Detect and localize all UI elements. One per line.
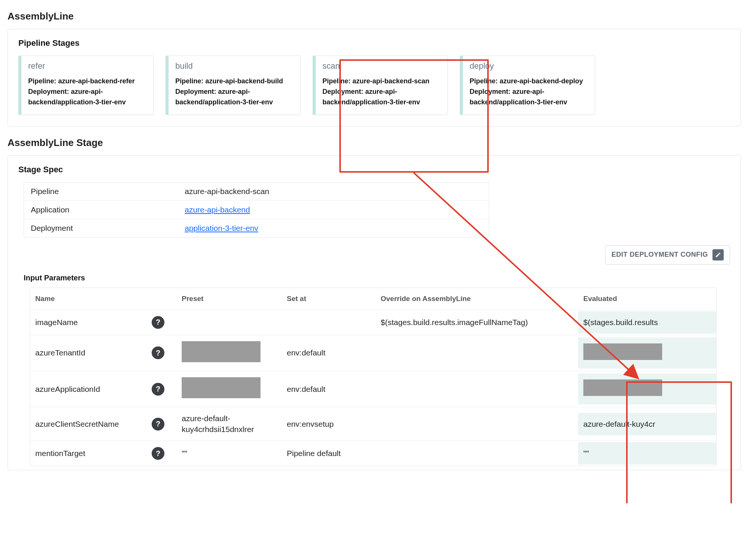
stage-card-refer[interactable]: referPipeline: azure-api-backend-referDe…	[18, 56, 154, 115]
param-name: azureClientSecretName	[30, 413, 146, 435]
param-preset	[176, 316, 282, 328]
edit-deployment-config-button[interactable]: EDIT DEPLOYMENT CONFIG	[605, 245, 730, 265]
param-help-cell: ?	[146, 340, 176, 365]
param-row: azureClientSecretName?azure-default-kuy4…	[30, 407, 716, 441]
param-evaluated	[578, 337, 717, 369]
param-set-at	[282, 316, 375, 328]
stage-deployment-text: Deployment: azure-api-backend/applicatio…	[175, 87, 294, 108]
edit-config-row: EDIT DEPLOYMENT CONFIG	[18, 241, 730, 267]
redacted-block	[583, 343, 662, 360]
param-preset	[176, 371, 282, 407]
params-header-row: Name Preset Set at Override on AssemblyL…	[30, 288, 716, 310]
param-set-at: Pipeline default	[282, 442, 375, 465]
param-row: mentionTarget?""Pipeline default""	[30, 441, 716, 466]
stage-spec-panel: Stage Spec Pipeline azure-api-backend-sc…	[8, 155, 741, 470]
stage-pipeline-text: Pipeline: azure-api-backend-deploy	[470, 76, 588, 87]
spec-row-pipeline: Pipeline azure-api-backend-scan	[24, 182, 489, 201]
param-help-cell: ?	[146, 441, 176, 466]
page-root: AssemblyLine Pipeline Stages referPipeli…	[8, 11, 741, 470]
param-row: azureTenantId?env:default	[30, 335, 716, 371]
stage-pipeline-text: Pipeline: azure-api-backend-scan	[322, 76, 441, 87]
param-preset	[176, 335, 282, 371]
stage-pipeline-text: Pipeline: azure-api-backend-build	[175, 76, 294, 87]
help-icon[interactable]: ?	[152, 447, 164, 460]
col-help	[146, 292, 176, 306]
param-name: azureTenantId	[30, 342, 146, 364]
stage-card-deploy[interactable]: deployPipeline: azure-api-backend-deploy…	[460, 56, 595, 115]
param-evaluated: azure-default-kuy4cr	[578, 413, 717, 435]
col-setat: Set at	[282, 288, 375, 310]
input-parameters-table: Name Preset Set at Override on AssemblyL…	[30, 288, 717, 466]
stage-name: deploy	[470, 61, 588, 71]
param-override	[375, 383, 578, 395]
param-preset: azure-default-kuy4crhdsii15dnxlrer	[176, 407, 282, 441]
stage-card-build[interactable]: buildPipeline: azure-api-backend-buildDe…	[166, 56, 301, 115]
param-help-cell: ?	[146, 310, 176, 335]
application-link[interactable]: azure-api-backend	[185, 205, 250, 214]
assemblyline-stage-heading: AssemblyLine Stage	[8, 137, 741, 149]
stage-name: build	[175, 61, 294, 71]
input-parameters-title: Input Parameters	[24, 274, 730, 282]
param-evaluated	[578, 373, 717, 405]
stage-pipeline-text: Pipeline: azure-api-backend-refer	[28, 76, 146, 87]
spec-key-deployment: Deployment	[31, 224, 185, 233]
param-name: imageName	[30, 311, 146, 334]
stage-deployment-text: Deployment: azure-api-backend/applicatio…	[470, 87, 588, 108]
spec-row-application: Application azure-api-backend	[24, 201, 489, 219]
param-set-at: env:default	[282, 342, 375, 364]
help-icon[interactable]: ?	[152, 316, 164, 329]
param-set-at: env:default	[282, 378, 375, 400]
edit-button-label: EDIT DEPLOYMENT CONFIG	[611, 251, 708, 259]
col-override: Override on AssemblyLine	[375, 288, 578, 310]
redacted-block	[583, 379, 662, 396]
param-override	[375, 418, 578, 430]
assemblyline-heading: AssemblyLine	[8, 11, 741, 22]
param-override	[375, 447, 578, 459]
redacted-block	[182, 377, 261, 398]
param-name: mentionTarget	[30, 442, 146, 465]
stage-spec-table: Pipeline azure-api-backend-scan Applicat…	[24, 182, 489, 238]
param-evaluated: ""	[578, 442, 717, 465]
param-name: azureApplicationId	[30, 378, 146, 400]
col-preset: Preset	[176, 288, 282, 310]
param-evaluated: $(stages.build.results	[578, 311, 717, 334]
param-row: imageName?$(stages.build.results.imageFu…	[30, 310, 716, 335]
param-help-cell: ?	[146, 412, 176, 437]
pencil-icon	[712, 249, 724, 260]
spec-row-deployment: Deployment application-3-tier-env	[24, 219, 489, 237]
deployment-link[interactable]: application-3-tier-env	[185, 224, 258, 232]
spec-key-pipeline: Pipeline	[31, 187, 185, 196]
stage-row: referPipeline: azure-api-backend-referDe…	[18, 56, 730, 115]
param-help-cell: ?	[146, 377, 176, 402]
col-name: Name	[30, 288, 146, 310]
col-evaluated: Evaluated	[578, 288, 717, 310]
redacted-block	[182, 341, 261, 362]
param-override	[375, 347, 578, 359]
stage-deployment-text: Deployment: azure-api-backend/applicatio…	[28, 87, 146, 108]
stage-card-scan[interactable]: scanPipeline: azure-api-backend-scanDepl…	[313, 56, 448, 115]
stage-name: refer	[28, 61, 146, 71]
param-row: azureApplicationId?env:default	[30, 371, 716, 407]
stage-deployment-text: Deployment: azure-api-backend/applicatio…	[322, 87, 441, 108]
pipeline-stages-title: Pipeline Stages	[18, 38, 730, 48]
pipeline-stages-panel: Pipeline Stages referPipeline: azure-api…	[8, 29, 741, 126]
param-preset: ""	[176, 442, 282, 465]
param-override: $(stages.build.results.imageFullNameTag)	[375, 311, 578, 334]
stage-spec-title: Stage Spec	[18, 165, 730, 175]
help-icon[interactable]: ?	[152, 383, 164, 396]
param-set-at: env:envsetup	[282, 413, 375, 435]
spec-key-application: Application	[31, 205, 185, 214]
help-icon[interactable]: ?	[152, 418, 164, 431]
help-icon[interactable]: ?	[152, 346, 164, 359]
spec-val-pipeline: azure-api-backend-scan	[185, 187, 269, 196]
stage-name: scan	[322, 61, 441, 71]
